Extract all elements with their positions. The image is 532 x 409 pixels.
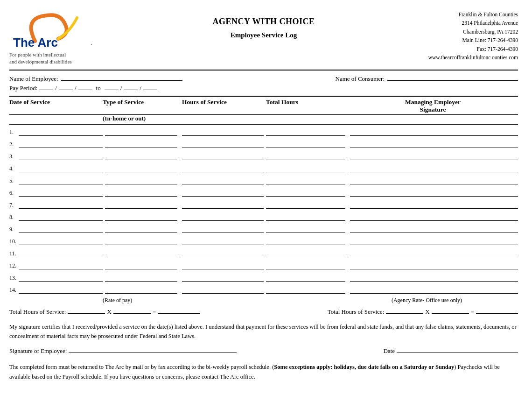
row-date-field[interactable] bbox=[19, 274, 103, 282]
row-total-field[interactable] bbox=[266, 177, 345, 184]
employee-name-input[interactable] bbox=[61, 80, 182, 81]
row-type-field[interactable] bbox=[105, 165, 177, 172]
row-type-field[interactable] bbox=[105, 189, 177, 197]
row-type-field[interactable] bbox=[105, 250, 177, 257]
total-value-left[interactable] bbox=[158, 313, 200, 314]
row-total-field[interactable] bbox=[266, 189, 345, 197]
row-total-field[interactable] bbox=[266, 213, 345, 221]
row-sig-field[interactable] bbox=[350, 189, 518, 197]
row-date-field[interactable] bbox=[19, 153, 103, 160]
data-rows: 1. 2. 3. 4. 5. bbox=[9, 126, 518, 294]
row-sig-field[interactable] bbox=[350, 177, 518, 184]
employee-sig-input[interactable] bbox=[69, 353, 237, 353]
rate-value-left[interactable] bbox=[113, 313, 151, 314]
row-date-field[interactable] bbox=[19, 238, 103, 245]
pay-end-month[interactable] bbox=[105, 90, 119, 90]
total-left: Total Hours of Service: X = bbox=[9, 308, 200, 316]
row-date-field[interactable] bbox=[19, 128, 103, 136]
consumer-name-input[interactable] bbox=[387, 80, 518, 81]
row-type-field[interactable] bbox=[105, 274, 177, 282]
name-row: Name of Employee: Name of Consumer: bbox=[9, 75, 518, 83]
row-total-field[interactable] bbox=[266, 286, 345, 294]
date-input[interactable] bbox=[397, 353, 518, 353]
total-hours-value-right[interactable] bbox=[386, 313, 423, 314]
row-total-field[interactable] bbox=[266, 226, 345, 233]
row-sig-field[interactable] bbox=[350, 238, 518, 245]
pay-start-month[interactable] bbox=[39, 90, 53, 90]
row-date-field[interactable] bbox=[19, 177, 103, 184]
table-row: 1. bbox=[9, 126, 518, 136]
rate-row: (Rate of pay) (Agency Rate- Office use o… bbox=[9, 296, 518, 305]
pay-start-year[interactable] bbox=[78, 90, 92, 90]
footer-bold1: Some exceptions apply: holidays, due dat… bbox=[274, 364, 454, 370]
row-hours-field[interactable] bbox=[182, 141, 264, 148]
col-header-total: Total Hours bbox=[266, 99, 348, 113]
row-hours-field[interactable] bbox=[182, 274, 264, 282]
row-total-field[interactable] bbox=[266, 250, 345, 257]
row-type-field[interactable] bbox=[105, 262, 177, 269]
row-sig-field[interactable] bbox=[350, 250, 518, 257]
row-sig-field[interactable] bbox=[350, 201, 518, 209]
row-total-field[interactable] bbox=[266, 201, 345, 209]
row-type-field[interactable] bbox=[105, 201, 177, 209]
row-total-field[interactable] bbox=[266, 165, 345, 172]
row-hours-field[interactable] bbox=[182, 238, 264, 245]
total-hours-label-left: Total Hours of Service: bbox=[9, 308, 66, 316]
row-total-field[interactable] bbox=[266, 238, 345, 245]
row-hours-field[interactable] bbox=[182, 177, 264, 184]
row-hours-field[interactable] bbox=[182, 189, 264, 197]
address-section: Franklin & Fulton Counties 2314 Philadel… bbox=[397, 8, 518, 62]
pay-end-year[interactable] bbox=[143, 90, 157, 90]
row-type-field[interactable] bbox=[105, 128, 177, 136]
row-sig-field[interactable] bbox=[350, 213, 518, 221]
row-sig-field[interactable] bbox=[350, 153, 518, 160]
employee-sig-field: Signature of Employee: bbox=[9, 347, 237, 355]
row-hours-field[interactable] bbox=[182, 213, 264, 221]
total-value-right[interactable] bbox=[476, 313, 518, 314]
row-date-field[interactable] bbox=[19, 201, 103, 209]
row-sig-field[interactable] bbox=[350, 128, 518, 136]
row-hours-field[interactable] bbox=[182, 250, 264, 257]
row-type-field[interactable] bbox=[105, 213, 177, 221]
row-sig-field[interactable] bbox=[350, 262, 518, 269]
pay-end-day[interactable] bbox=[124, 90, 138, 90]
row-date-field[interactable] bbox=[19, 213, 103, 221]
row-sig-field[interactable] bbox=[350, 226, 518, 233]
row-date-field[interactable] bbox=[19, 141, 103, 148]
total-hours-value-left[interactable] bbox=[68, 313, 105, 314]
row-type-field[interactable] bbox=[105, 177, 177, 184]
row-date-field[interactable] bbox=[19, 165, 103, 172]
row-sig-field[interactable] bbox=[350, 141, 518, 148]
row-total-field[interactable] bbox=[266, 128, 345, 136]
row-sig-field[interactable] bbox=[350, 165, 518, 172]
equals-right: = bbox=[471, 308, 474, 316]
row-total-field[interactable] bbox=[266, 274, 345, 282]
row-hours-field[interactable] bbox=[182, 286, 264, 294]
pay-start-day[interactable] bbox=[59, 90, 73, 90]
svg-text:The Arc: The Arc bbox=[13, 35, 58, 49]
row-total-field[interactable] bbox=[266, 153, 345, 160]
row-date-field[interactable] bbox=[19, 226, 103, 233]
row-hours-field[interactable] bbox=[182, 128, 264, 136]
row-type-field[interactable] bbox=[105, 226, 177, 233]
row-hours-field[interactable] bbox=[182, 226, 264, 233]
row-date-field[interactable] bbox=[19, 262, 103, 269]
row-hours-field[interactable] bbox=[182, 153, 264, 160]
row-date-field[interactable] bbox=[19, 250, 103, 257]
employee-name-field: Name of Employee: bbox=[9, 75, 182, 83]
row-type-field[interactable] bbox=[105, 141, 177, 148]
row-total-field[interactable] bbox=[266, 141, 345, 148]
row-hours-field[interactable] bbox=[182, 201, 264, 209]
row-type-field[interactable] bbox=[105, 238, 177, 245]
row-date-field[interactable] bbox=[19, 189, 103, 197]
arc-logo: The Arc . bbox=[9, 8, 131, 51]
rate-value-right[interactable] bbox=[432, 313, 469, 314]
row-type-field[interactable] bbox=[105, 286, 177, 294]
row-hours-field[interactable] bbox=[182, 262, 264, 269]
row-type-field[interactable] bbox=[105, 153, 177, 160]
row-sig-field[interactable] bbox=[350, 286, 518, 294]
row-total-field[interactable] bbox=[266, 262, 345, 269]
row-sig-field[interactable] bbox=[350, 274, 518, 282]
row-date-field[interactable] bbox=[19, 286, 103, 294]
row-hours-field[interactable] bbox=[182, 165, 264, 172]
